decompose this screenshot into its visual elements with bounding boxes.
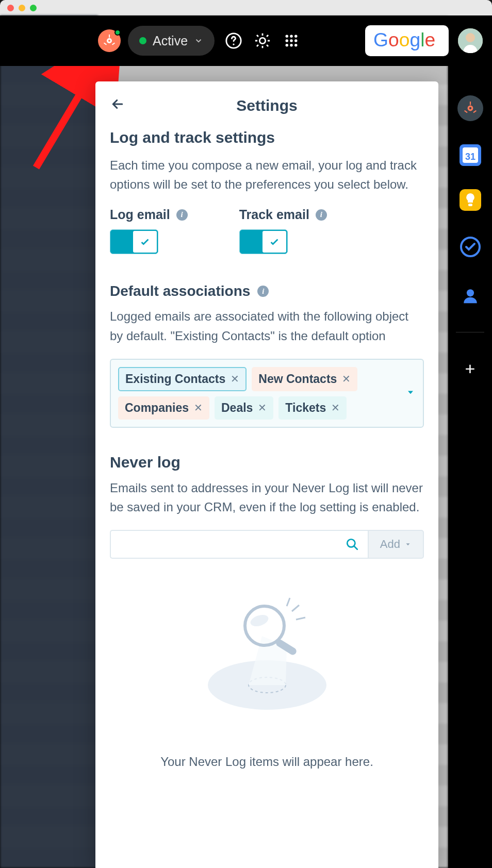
- settings-gear-button[interactable]: [253, 31, 272, 51]
- track-email-label: Track email i: [239, 207, 327, 222]
- info-icon[interactable]: i: [257, 286, 269, 297]
- search-icon-button[interactable]: [337, 530, 368, 559]
- empty-state: Your Never Log items will appear here.: [110, 595, 424, 769]
- svg-point-36: [249, 613, 269, 628]
- info-icon[interactable]: i: [176, 209, 188, 221]
- svg-rect-22: [464, 110, 468, 113]
- caret-down-icon: [405, 387, 416, 397]
- svg-point-8: [290, 35, 293, 38]
- svg-rect-27: [468, 204, 472, 206]
- svg-text:Google: Google: [373, 29, 435, 51]
- settings-panel: Settings Log and track settings Each tim…: [95, 81, 438, 868]
- tag-tickets[interactable]: Tickets ✕: [278, 396, 347, 420]
- rail-calendar-button[interactable]: 31: [460, 144, 481, 166]
- svg-point-7: [286, 35, 289, 38]
- svg-point-29: [466, 289, 473, 296]
- log-track-heading: Log and track settings: [110, 129, 424, 146]
- tag-companies[interactable]: Companies ✕: [118, 396, 209, 420]
- user-avatar[interactable]: [458, 28, 483, 53]
- tag-existing-contacts[interactable]: Existing Contacts ✕: [118, 367, 247, 391]
- tag-remove[interactable]: ✕: [342, 373, 351, 385]
- svg-rect-2: [109, 35, 110, 38]
- search-icon: [346, 538, 359, 551]
- tag-remove[interactable]: ✕: [231, 373, 239, 385]
- svg-line-39: [296, 617, 305, 620]
- hubspot-logo[interactable]: [98, 29, 121, 52]
- svg-point-1: [108, 40, 110, 42]
- log-track-desc: Each time you compose a new email, your …: [110, 156, 424, 194]
- neverlog-search-input[interactable]: [110, 530, 337, 559]
- associations-desc: Logged emails are associated with the fo…: [110, 307, 424, 345]
- neverlog-desc: Emails sent to addresses in your Never L…: [110, 478, 424, 516]
- empty-caption: Your Never Log items will appear here.: [160, 755, 373, 769]
- right-rail: 31 +: [448, 15, 492, 868]
- svg-point-12: [294, 39, 298, 42]
- svg-line-38: [292, 605, 299, 611]
- status-label: Active: [153, 34, 188, 48]
- rail-tasks-button[interactable]: [457, 234, 483, 260]
- empty-state-illustration: [200, 595, 334, 713]
- associations-heading: Default associations: [110, 283, 250, 299]
- calendar-icon: 31: [460, 144, 481, 166]
- rail-keep-button[interactable]: [460, 189, 481, 211]
- tag-deals[interactable]: Deals ✕: [215, 396, 273, 420]
- rail-hubspot-button[interactable]: [457, 95, 483, 121]
- gear-icon: [254, 32, 271, 49]
- dropdown-caret[interactable]: [405, 387, 416, 399]
- neverlog-search-row: Add: [110, 530, 424, 559]
- neverlog-heading: Never log: [110, 454, 424, 471]
- svg-point-20: [469, 107, 471, 109]
- google-badge[interactable]: Google: [365, 25, 449, 56]
- svg-point-10: [286, 39, 289, 42]
- svg-point-11: [290, 39, 293, 42]
- svg-line-40: [287, 598, 290, 606]
- svg-point-9: [294, 35, 298, 38]
- svg-point-15: [294, 44, 298, 47]
- hubspot-sprocket-icon: [464, 102, 477, 115]
- status-indicator-dot: [114, 29, 121, 36]
- back-button[interactable]: [110, 96, 125, 115]
- chevron-down-icon: [194, 36, 203, 45]
- svg-rect-23: [473, 110, 477, 113]
- tag-remove[interactable]: ✕: [258, 402, 267, 414]
- mac-close-dot[interactable]: [7, 5, 14, 11]
- rail-add-button[interactable]: +: [457, 356, 483, 381]
- rail-contacts-button[interactable]: [457, 283, 483, 309]
- mac-min-dot[interactable]: [19, 5, 25, 11]
- tasks-check-icon: [460, 236, 481, 258]
- google-logo-icon: Google: [373, 29, 440, 52]
- svg-point-6: [233, 43, 234, 45]
- person-icon: [462, 287, 479, 305]
- topbar: Active Google: [0, 15, 492, 66]
- check-icon: [269, 236, 280, 247]
- online-dot-icon: [139, 37, 146, 44]
- toggle-row: Log email i Track email i: [110, 207, 424, 254]
- status-pill[interactable]: Active: [128, 26, 215, 56]
- info-icon[interactable]: i: [316, 209, 327, 221]
- check-icon: [139, 236, 151, 247]
- help-button[interactable]: [224, 31, 243, 51]
- tag-remove[interactable]: ✕: [331, 402, 340, 414]
- associations-multiselect[interactable]: Existing Contacts ✕ New Contacts ✕ Compa…: [110, 359, 424, 428]
- mac-max-dot[interactable]: [30, 5, 37, 11]
- tag-new-contacts[interactable]: New Contacts ✕: [252, 367, 357, 391]
- caret-down-icon: [404, 541, 412, 548]
- log-email-label: Log email i: [110, 207, 188, 222]
- log-email-toggle[interactable]: [110, 229, 158, 254]
- tag-remove[interactable]: ✕: [194, 402, 203, 414]
- apps-grid-button[interactable]: [282, 31, 301, 51]
- track-email-toggle[interactable]: [239, 229, 288, 254]
- svg-rect-3: [104, 42, 107, 45]
- svg-line-32: [354, 546, 357, 549]
- mac-window-chrome: [0, 0, 492, 15]
- question-circle-icon: [225, 32, 242, 49]
- grid-icon: [284, 33, 299, 48]
- svg-text:31: 31: [465, 152, 475, 162]
- app-root: Active Google 31: [0, 15, 492, 868]
- svg-rect-21: [469, 102, 470, 105]
- svg-point-18: [466, 33, 475, 42]
- svg-point-13: [286, 44, 289, 47]
- add-button[interactable]: Add: [368, 530, 424, 559]
- panel-header: Settings: [110, 97, 424, 114]
- lightbulb-icon: [464, 192, 477, 208]
